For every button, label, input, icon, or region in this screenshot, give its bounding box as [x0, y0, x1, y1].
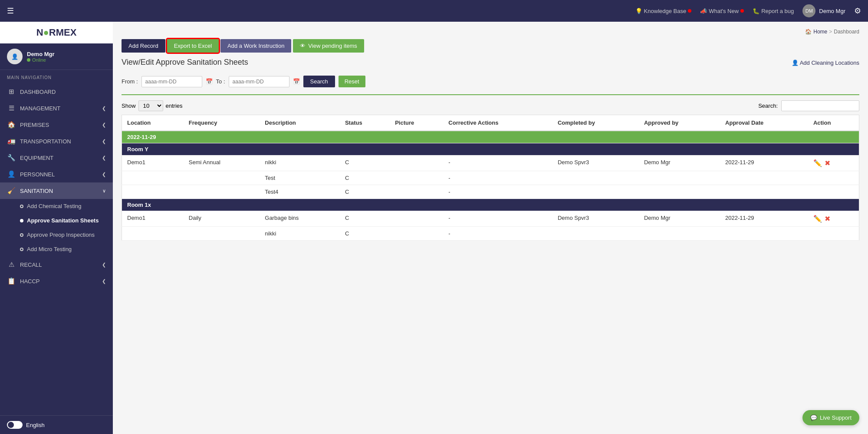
top-navbar: ☰ 💡 Knowledge Base 📣 What's New 🐛 Report… — [0, 0, 868, 22]
toggle-dot — [8, 422, 14, 428]
home-icon: 🏠 — [805, 29, 812, 35]
sidebar-sub-label: Approve Sanitation Sheets — [27, 217, 99, 224]
sidebar-item-recall[interactable]: ⚠ RECALL ❮ — [0, 256, 113, 273]
transportation-icon: 🚛 — [7, 137, 16, 145]
sidebar-sub-label: Add Chemical Testing — [27, 203, 82, 209]
add-cleaning-link[interactable]: 👤 Add Cleaning Locations — [792, 60, 859, 66]
sidebar-item-transportation[interactable]: 🚛 TRANSPORTATION ❮ — [0, 133, 113, 149]
delete-icon[interactable]: ✖ — [825, 215, 830, 223]
table-cell-action: ✏️✖ — [808, 211, 859, 227]
breadcrumb-current: Dashboard — [834, 29, 859, 35]
user-display-name: Demo Mgr — [819, 8, 845, 14]
delete-icon[interactable]: ✖ — [825, 159, 830, 167]
table-search-label: Search: — [758, 103, 778, 109]
table-row: Test4C- — [122, 185, 859, 199]
language-switcher[interactable]: English — [0, 415, 113, 434]
col-action: Action — [808, 115, 859, 131]
language-toggle[interactable] — [7, 421, 23, 429]
main-layout: N●RMEX 👤 Demo Mgr Online MAIN NAVIGATION… — [0, 22, 868, 434]
calendar-to-icon[interactable]: 📅 — [293, 78, 300, 85]
entries-label: entries — [166, 103, 183, 109]
whats-new-notification-dot — [740, 9, 744, 13]
sub-item-circle — [20, 248, 23, 251]
sidebar-sub-approve-preinsp[interactable]: Approve Preop Inspections — [0, 228, 113, 242]
settings-icon[interactable]: ⚙ — [854, 6, 861, 16]
sidebar-user: 👤 Demo Mgr Online — [0, 43, 113, 70]
knowledge-icon: 💡 — [635, 8, 642, 14]
data-table: Location Frequency Description Status Pi… — [122, 115, 859, 241]
sidebar-item-dashboard[interactable]: ⊞ DASHBOARD — [0, 83, 113, 100]
breadcrumb-home[interactable]: Home — [813, 29, 827, 35]
add-record-button[interactable]: Add Record — [122, 39, 165, 53]
sidebar-sub-approve-sanitation[interactable]: Approve Sanitation Sheets — [0, 213, 113, 228]
knowledge-base-link[interactable]: 💡 Knowledge Base — [635, 8, 692, 14]
search-button[interactable]: Search — [303, 76, 335, 87]
recall-icon: ⚠ — [7, 261, 16, 268]
report-bug-link[interactable]: 🐛 Report a bug — [753, 8, 794, 14]
col-completed-by: Completed by — [552, 115, 639, 131]
show-label: Show — [122, 103, 136, 109]
edit-icon[interactable]: ✏️ — [813, 215, 822, 223]
live-support-button[interactable]: 💬 Live Support — [802, 410, 859, 425]
export-excel-button[interactable]: Export to Excel — [167, 39, 219, 53]
table-cell-action — [808, 185, 859, 199]
sidebar-item-equipment[interactable]: 🔧 EQUIPMENT ❮ — [0, 149, 113, 166]
navbar-right: 💡 Knowledge Base 📣 What's New 🐛 Report a… — [635, 4, 861, 17]
eye-icon: 👁 — [300, 43, 306, 49]
knowledge-notification-dot — [688, 9, 691, 13]
sidebar-item-management[interactable]: ☰ MANAGEMENT ❮ — [0, 100, 113, 116]
table-search-control: Search: — [758, 100, 859, 111]
sidebar-item-label: MANAGEMENT — [20, 105, 60, 112]
view-pending-button[interactable]: 👁 View pending items — [293, 39, 364, 53]
sidebar-item-sanitation[interactable]: 🧹 SANITATION ∨ — [0, 182, 113, 199]
avatar: DM — [802, 4, 815, 17]
content-area: 🏠 Home > Dashboard Add Record Export to … — [113, 22, 868, 434]
sidebar-item-label: PREMISES — [20, 122, 49, 128]
from-date-input[interactable] — [141, 76, 202, 87]
sidebar-sub-add-chemical[interactable]: Add Chemical Testing — [0, 199, 113, 213]
hamburger-icon[interactable]: ☰ — [7, 6, 14, 16]
bug-icon: 🐛 — [753, 8, 760, 14]
to-date-input[interactable] — [229, 76, 289, 87]
sidebar-item-personnel[interactable]: 👤 PERSONNEL ❮ — [0, 166, 113, 182]
col-status: Status — [340, 115, 390, 131]
dashboard-icon: ⊞ — [7, 88, 16, 96]
col-frequency: Frequency — [184, 115, 260, 131]
chat-icon: 💬 — [810, 414, 817, 421]
reset-button[interactable]: Reset — [339, 76, 365, 87]
chevron-icon: ❮ — [102, 122, 106, 128]
table-cell-action — [808, 171, 859, 185]
col-location: Location — [122, 115, 184, 131]
sub-item-circle — [20, 219, 23, 222]
language-label: English — [26, 422, 45, 428]
sanitation-icon: 🧹 — [7, 187, 16, 195]
sidebar-sub-add-micro[interactable]: Add Micro Testing — [0, 242, 113, 256]
table-row: nikkiC- — [122, 227, 859, 241]
sidebar-item-haccp[interactable]: 📋 HACCP ❮ — [0, 273, 113, 289]
entries-select[interactable]: 10 25 50 100 — [138, 100, 163, 111]
sidebar-avatar: 👤 — [7, 49, 23, 64]
person-icon: 👤 — [792, 60, 799, 66]
col-approval-date: Approval Date — [720, 115, 808, 131]
table-search-input[interactable] — [781, 100, 859, 111]
breadcrumb: 🏠 Home > Dashboard — [122, 29, 859, 35]
from-label: From : — [122, 78, 138, 85]
table-controls: Show 10 25 50 100 entries Search: — [122, 100, 859, 111]
user-menu[interactable]: DM Demo Mgr — [802, 4, 845, 17]
col-approved-by: Approved by — [639, 115, 720, 131]
sidebar-user-status: Online — [27, 57, 55, 63]
calendar-from-icon[interactable]: 📅 — [206, 78, 213, 85]
col-corrective: Corrective Actions — [443, 115, 552, 131]
edit-icon[interactable]: ✏️ — [813, 159, 822, 167]
table-room-row: Room Y — [122, 143, 859, 156]
add-work-instruction-button[interactable]: Add a Work Instruction — [220, 39, 291, 53]
sidebar-item-label: SANITATION — [20, 188, 53, 194]
navbar-left: ☰ — [7, 6, 14, 16]
sub-item-circle — [20, 205, 23, 208]
title-row: View/Edit Approve Sanitation Sheets 👤 Ad… — [122, 58, 859, 72]
whats-new-link[interactable]: 📣 What's New — [700, 8, 744, 14]
breadcrumb-separator: > — [829, 29, 832, 35]
personnel-icon: 👤 — [7, 170, 16, 178]
chevron-icon: ❮ — [102, 278, 106, 284]
sidebar-item-premises[interactable]: 🏠 PREMISES ❮ — [0, 116, 113, 133]
